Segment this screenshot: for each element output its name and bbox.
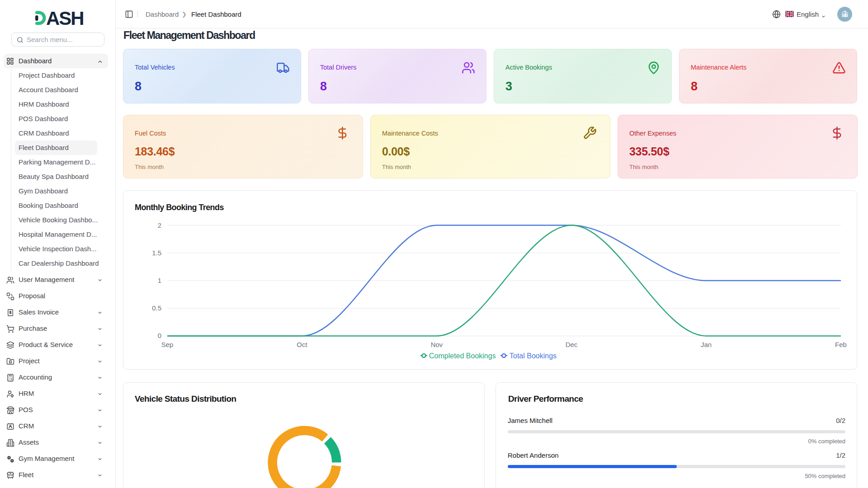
svg-text:0.5: 0.5 [152, 304, 161, 312]
svg-text:Completed Bookings: Completed Bookings [429, 352, 496, 360]
svg-text:Jan: Jan [701, 341, 712, 348]
svg-text:Dec: Dec [566, 341, 578, 348]
svg-text:Oct: Oct [297, 341, 307, 348]
svg-text:0: 0 [158, 332, 161, 339]
svg-text:1.5: 1.5 [152, 249, 161, 257]
svg-text:ASH: ASH [46, 10, 83, 26]
svg-text:1: 1 [158, 277, 161, 284]
svg-text:Sep: Sep [161, 341, 174, 348]
svg-text:2: 2 [158, 221, 161, 229]
svg-text:Feb: Feb [835, 341, 847, 348]
svg-text:Total Bookings: Total Bookings [509, 352, 557, 360]
svg-text:Nov: Nov [431, 341, 443, 348]
